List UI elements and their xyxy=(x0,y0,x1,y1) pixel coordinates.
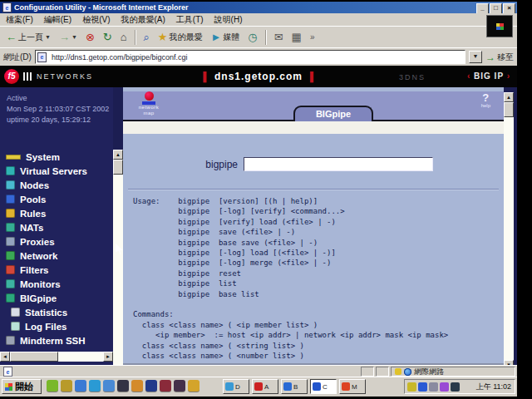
menu-item[interactable]: 編輯(E) xyxy=(44,14,71,26)
menu-bar: 檔案(F)編輯(E)檢視(V)我的最愛(A)工具(T)說明(H) xyxy=(0,13,517,26)
quick-launch-icon[interactable] xyxy=(103,380,115,392)
go-button[interactable]: → 移至 xyxy=(485,52,514,63)
navigation-sidebar: Active Mon Sep 2 11:03:07 CST 2002 uptim… xyxy=(0,87,113,365)
back-button[interactable]: ← 上一頁 ▼ xyxy=(3,31,53,44)
network-icon xyxy=(6,251,15,260)
taskbar-window-button[interactable]: B xyxy=(281,379,308,394)
page-icon: e xyxy=(37,52,47,62)
network-map-button[interactable]: network map xyxy=(135,91,163,116)
sidebar-item[interactable]: Pools xyxy=(0,192,113,206)
nodes-icon xyxy=(6,180,15,190)
sidebar-item[interactable]: Rules xyxy=(0,206,113,220)
sidebar-item[interactable]: BIGpipe xyxy=(0,291,113,305)
tray-icon[interactable] xyxy=(440,382,449,392)
windows-logo-icon xyxy=(5,383,12,391)
stop-button[interactable]: ⊗ xyxy=(83,31,97,43)
sidebar-item[interactable]: System xyxy=(0,150,113,164)
sidebar-item[interactable]: Statistics xyxy=(0,305,113,319)
menu-item[interactable]: 檔案(F) xyxy=(6,14,33,26)
taskbar: 開始 D A B C M xyxy=(0,377,517,397)
scrollbar-track[interactable] xyxy=(504,117,514,360)
scrollbar-track[interactable] xyxy=(113,175,123,365)
scroll-up-icon[interactable]: ▲ xyxy=(113,150,123,160)
scroll-right-icon[interactable]: ► xyxy=(103,352,113,362)
refresh-button[interactable]: ↻ xyxy=(101,31,115,43)
media-button[interactable]: ► 媒體 xyxy=(208,31,242,44)
quick-launch-icon[interactable] xyxy=(145,380,157,392)
taskbar-window-button[interactable]: A xyxy=(252,379,278,394)
start-button[interactable]: 開始 xyxy=(2,379,42,394)
help-button[interactable]: ? help xyxy=(481,92,490,109)
menu-item[interactable]: 說明(H) xyxy=(214,14,243,26)
f5-wordmark: NETWORKS xyxy=(37,72,93,81)
favorites-button[interactable]: ★ 我的最愛 xyxy=(155,31,205,44)
quick-launch-icon[interactable] xyxy=(160,380,171,392)
quick-launch-icon[interactable] xyxy=(117,380,129,392)
links-chevron[interactable]: » xyxy=(308,31,318,43)
quick-launch-icon[interactable] xyxy=(47,380,58,392)
sidebar-item[interactable]: Nodes xyxy=(0,178,113,192)
forward-button[interactable]: → ▼ xyxy=(57,31,80,43)
scrollbar-thumb[interactable] xyxy=(10,352,58,362)
quick-launch-icon[interactable] xyxy=(89,380,101,392)
menu-item[interactable]: 我的最愛(A) xyxy=(121,14,165,26)
address-input[interactable]: e http://dns1.getop.com/bigpipe/bigconf.… xyxy=(35,50,466,64)
sidebar-item[interactable]: Filters xyxy=(0,263,113,277)
address-label: 網址(D) xyxy=(3,52,32,63)
mail-button[interactable]: ✉ xyxy=(272,31,286,43)
menu-item[interactable]: 檢視(V) xyxy=(82,14,110,26)
home-button[interactable]: ⌂ xyxy=(118,31,130,43)
tray-icon[interactable] xyxy=(407,382,416,392)
quick-launch-icon[interactable] xyxy=(75,380,86,392)
host-left-mark: ▌ xyxy=(203,71,210,81)
scroll-up-icon[interactable]: ▲ xyxy=(504,92,514,102)
search-button[interactable]: ⌕ xyxy=(141,31,152,43)
content-vertical-scrollbar[interactable]: ▲ ▼ xyxy=(504,92,514,365)
media-label: 媒體 xyxy=(223,32,239,43)
sidebar-item[interactable]: Mindterm SSH xyxy=(0,333,113,347)
window-icon xyxy=(313,382,321,391)
quick-launch-icon[interactable] xyxy=(188,380,200,392)
sidebar-item[interactable]: Monitors xyxy=(0,277,113,291)
taskbar-window-button[interactable]: C xyxy=(310,379,337,394)
quick-launch-icon[interactable] xyxy=(61,380,72,392)
tray-icon[interactable] xyxy=(429,382,438,392)
print-button[interactable]: ▦ xyxy=(289,31,304,43)
sidebar-item-label: Rules xyxy=(20,209,46,219)
scroll-left-icon[interactable]: ◄ xyxy=(0,352,10,362)
sidebar-item[interactable]: Proxies xyxy=(0,234,113,249)
back-dropdown-icon[interactable]: ▼ xyxy=(45,34,51,40)
menu-item[interactable]: 工具(T) xyxy=(176,14,204,26)
quick-launch-icon[interactable] xyxy=(131,380,143,392)
history-icon: ◷ xyxy=(248,32,257,42)
scrollbar-thumb[interactable] xyxy=(504,102,514,117)
statistics-icon xyxy=(11,308,20,317)
quick-launch-icon[interactable] xyxy=(174,380,185,392)
sidebar-item[interactable]: Network xyxy=(0,249,113,263)
sidebar-item[interactable]: Log Files xyxy=(0,319,113,333)
sidebar-item[interactable]: Virtual Servers xyxy=(0,164,113,178)
help-icon: ? xyxy=(481,92,490,103)
sidebar-item[interactable]: NATs xyxy=(0,220,113,234)
tray-icon[interactable] xyxy=(418,382,427,392)
sidebar-vertical-scrollbar[interactable]: ▲ ▼ xyxy=(113,150,123,365)
go-label: 移至 xyxy=(497,52,514,63)
address-dropdown-button[interactable]: ▼ xyxy=(469,51,482,63)
ie-throbber xyxy=(486,15,513,37)
system-tray: 上午 11:02 xyxy=(404,379,515,394)
log-files-icon xyxy=(11,322,20,331)
scrollbar-thumb[interactable] xyxy=(113,160,123,175)
scrollbar-track[interactable] xyxy=(58,352,103,362)
forward-dropdown-icon[interactable]: ▼ xyxy=(71,34,77,40)
tray-icon[interactable] xyxy=(451,382,460,392)
sidebar-horizontal-scrollbar[interactable]: ◄ ► xyxy=(0,352,113,362)
browser-toolbar: ← 上一頁 ▼ → ▼ ⊗ ↻ ⌂ ⌕ ★ 我的最愛 ► 媒體 ◷ xyxy=(0,26,517,47)
tab-bigpipe[interactable]: BIGpipe xyxy=(293,106,373,121)
refresh-icon: ↻ xyxy=(103,32,112,42)
bigpipe-command-input[interactable] xyxy=(244,157,433,171)
home-icon: ⌂ xyxy=(121,32,127,42)
taskbar-window-button[interactable]: M xyxy=(339,379,366,394)
bigpipe-field-label: bigpipe xyxy=(123,159,244,170)
taskbar-window-button[interactable]: D xyxy=(223,379,249,394)
history-button[interactable]: ◷ xyxy=(245,31,259,43)
